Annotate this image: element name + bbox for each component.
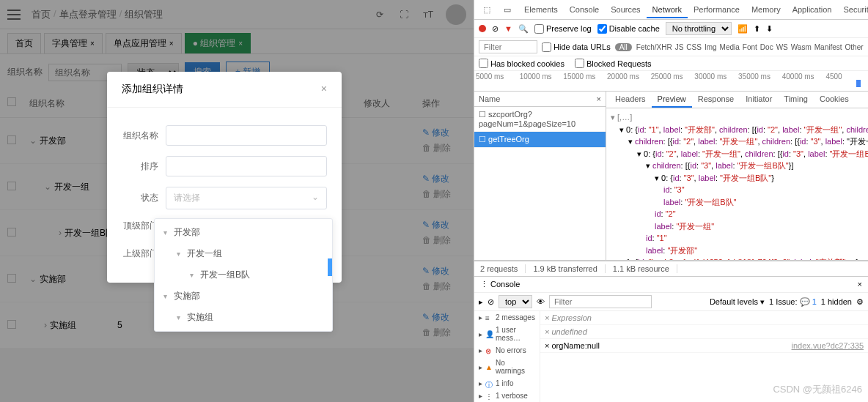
scope-select[interactable]: top [499,295,532,308]
caret-icon[interactable]: ▾ [163,292,171,300]
console-group[interactable]: ▸ 👤 1 user mess… [474,324,540,344]
filter-type[interactable]: Font [743,43,757,51]
console-filter-input[interactable] [549,295,652,308]
filter-type[interactable]: Doc [760,43,773,51]
filter-type[interactable]: Fetch/XHR [636,43,672,51]
filter-type[interactable]: Img [705,43,717,51]
wifi-icon[interactable]: 📶 [738,24,748,34]
console-group[interactable]: ▸ ⓘ 1 info [474,377,540,390]
console-line[interactable]: × orgName:nullindex.vue?dc27:335 [540,339,868,353]
detail-tab-initiator[interactable]: Initiator [740,92,778,108]
close-console-icon[interactable]: × [858,280,862,289]
console-line[interactable]: × Expression [540,311,868,325]
caret-icon[interactable]: ▾ [177,313,184,321]
disable-cache-checkbox[interactable]: Disable cache [597,24,660,34]
filter-type[interactable]: Manifest [814,43,842,51]
caret-icon[interactable]: ▾ [177,250,184,258]
close-panel-icon[interactable]: × [597,94,601,103]
tree-dropdown: ▾ 开发部▾ 开发一组▾ 开发一组B队▾ 实施部▾ 实施组 [154,218,333,332]
dt-tab-sources[interactable]: Sources [605,2,646,17]
dt-tab-memory[interactable]: Memory [746,2,787,17]
request-item[interactable]: ☐ getTreeOrg [474,132,606,148]
download-icon[interactable]: ⬇ [766,24,773,34]
dt-tab-performance[interactable]: Performance [688,2,746,17]
clear-console-icon[interactable]: ⊘ [488,297,494,307]
clear-icon[interactable]: ⊘ [492,24,499,34]
eye-icon[interactable]: 👁 [537,297,545,306]
blocked-cookies-checkbox[interactable]: Has blocked cookies [479,59,564,68]
detail-tab-preview[interactable]: Preview [652,92,692,108]
throttling-select[interactable]: No throttling [666,22,732,35]
levels-select[interactable]: Default levels ▾ [710,297,765,307]
input-org-name[interactable] [166,125,327,146]
preview-line[interactable]: id: "1" [611,232,864,245]
request-item[interactable]: ☐ szcportOrg?pageNum=1&pageSize=10 [474,107,606,132]
preview-line[interactable]: ▾ 0: {id: "3", label: "开发一组B队"} [611,172,864,185]
preview-line[interactable]: ▾ children: [{id: "2", label: "开发一组", ch… [611,135,864,148]
detail-tab-headers[interactable]: Headers [609,92,652,108]
devtools-panel: ⬚ ▭ ElementsConsoleSourcesNetworkPerform… [474,0,868,402]
filter-type[interactable]: WS [776,43,788,51]
filter-icon[interactable]: ▼ [504,24,512,33]
console-group[interactable]: ▸ ≡ 2 messages [474,311,540,324]
select-status[interactable]: 请选择 [166,187,327,209]
console-line[interactable]: × undefined [540,325,868,339]
dt-tab-console[interactable]: Console [564,2,605,17]
caret-icon[interactable]: ▾ [190,271,197,279]
console-group[interactable]: ▸ ⊗ No errors [474,344,540,357]
filter-type[interactable]: CSS [686,43,702,51]
preview-line[interactable]: id: "3" [611,184,864,196]
status-bar: 2 requests 1.9 kB transferred 1.1 kB res… [474,261,868,276]
detail-tab-cookies[interactable]: Cookies [814,92,855,108]
preserve-log-checkbox[interactable]: Preserve log [534,24,592,34]
network-toolbar: ⊘ ▼ 🔍 Preserve log Disable cache No thro… [474,20,868,38]
preview-line[interactable]: ▾ children: [{id: "3", label: "开发一组B队"}] [611,160,864,172]
detail-tab-response[interactable]: Response [692,92,740,108]
console-gear-icon[interactable]: ⚙ [856,297,864,307]
filter-all[interactable]: All [615,43,632,51]
close-icon[interactable]: × [321,83,327,96]
transferred: 1.9 kB transferred [533,264,605,273]
dt-tab-network[interactable]: Network [647,2,688,18]
filter-type[interactable]: Other [845,43,864,51]
dt-tab-elements[interactable]: Elements [518,2,564,17]
preview-line[interactable]: ▾ [,…] [611,111,864,124]
tree-item[interactable]: ▾ 开发一组 [155,243,332,264]
record-icon[interactable] [479,25,486,32]
caret-icon[interactable]: ▾ [163,228,171,237]
console-menu-icon[interactable]: ▸ [479,297,483,307]
preview-line[interactable]: ▾ 0: {id: "2", label: "开发一组", children: … [611,148,864,160]
elements-picker-icon[interactable]: ⬚ [477,2,496,18]
upload-icon[interactable]: ⬆ [754,24,760,34]
tree-item[interactable]: ▾ 开发部 [155,222,332,243]
preview-line[interactable]: id: "2" [611,208,864,220]
hidden-count: 1 hidden [821,297,852,306]
device-toggle-icon[interactable]: ▭ [498,2,517,18]
preview-pane[interactable]: ▾ [,…]▾ 0: {id: "1", label: "开发部", child… [606,108,868,260]
hide-data-urls-checkbox[interactable]: Hide data URLs [542,42,611,52]
dt-tab-application[interactable]: Application [787,2,838,17]
console-group[interactable]: ▸ ▲ No warnings [474,357,540,377]
scrollbar-thumb[interactable] [328,258,332,276]
tree-item[interactable]: ▾ 实施部 [155,286,332,307]
request-detail: HeadersPreviewResponseInitiatorTimingCoo… [606,92,868,260]
console-group[interactable]: ▸ ⋮ 1 verbose [474,390,540,402]
tree-item[interactable]: ▾ 实施组 [155,307,332,328]
preview-line[interactable]: label: "开发一组" [611,220,864,233]
search-icon[interactable]: 🔍 [518,24,529,34]
filter-input[interactable] [479,40,537,53]
preview-line[interactable]: label: "开发部" [611,245,864,257]
detail-tab-timing[interactable]: Timing [778,92,814,108]
blocked-requests-checkbox[interactable]: Blocked Requests [575,59,652,68]
preview-line[interactable]: ▾ 0: {id: "1", label: "开发部", children: [… [611,124,864,136]
issues-link[interactable]: 1 Issue: 💬 1 [769,297,817,307]
timeline[interactable]: 5000 ms10000 ms15000 ms20000 ms25000 ms3… [474,71,868,92]
dt-tab-security[interactable]: Security [837,2,868,17]
preview-line[interactable]: ▾ 1: {id: "becb2aa1ad1d4652afcb818fc794f… [611,256,864,260]
input-sort[interactable] [166,156,327,176]
tree-item[interactable]: ▾ 开发一组B队 [155,264,332,286]
filter-type[interactable]: Media [720,43,740,51]
filter-type[interactable]: Wasm [791,43,812,51]
filter-type[interactable]: JS [675,43,684,51]
preview-line[interactable]: label: "开发一组B队" [611,196,864,209]
